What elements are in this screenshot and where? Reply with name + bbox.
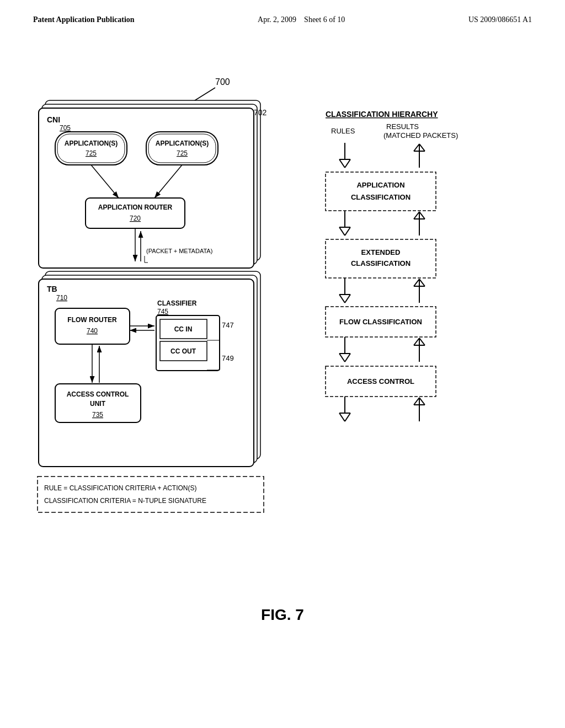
patent-publication-label: Patent Application Publication (33, 15, 135, 24)
access-control-hier-label: ACCESS CONTROL (347, 377, 414, 386)
svg-line-54 (339, 295, 345, 303)
label-702: 702 (254, 108, 267, 117)
svg-rect-52 (326, 239, 436, 278)
svg-line-36 (339, 159, 345, 168)
svg-line-63 (339, 354, 345, 362)
svg-line-40 (414, 144, 419, 151)
svg-rect-10 (148, 134, 216, 163)
hierarchy-title: CLASSIFICATION HIERARCHY (326, 110, 438, 119)
matched-packets-label: (MATCHED PACKETS) (383, 131, 458, 140)
diagram-area: 700 702 CNI 705 (0, 35, 565, 642)
label-749: 749 (222, 354, 234, 362)
flow-router-label: FLOW ROUTER (67, 316, 117, 324)
sheet-info: Sheet 6 of 10 (304, 15, 345, 24)
cc-out-label: CC OUT (170, 347, 196, 355)
svg-line-77 (419, 398, 425, 405)
access-control-number: 735 (92, 411, 103, 419)
svg-line-59 (419, 279, 425, 286)
svg-rect-43 (326, 172, 436, 211)
svg-rect-20 (39, 279, 254, 467)
cc-in-label: CC IN (174, 325, 193, 333)
svg-line-55 (345, 295, 350, 303)
extended-classification-label2: CLASSIFICATION (351, 259, 411, 267)
svg-rect-8 (57, 134, 125, 163)
svg-line-64 (345, 354, 350, 362)
flow-router-number: 740 (87, 327, 98, 335)
extended-classification-label: EXTENDED (361, 248, 401, 256)
publication-date: Apr. 2, 2009 (258, 15, 296, 24)
patent-number: US 2009/086651 A1 (468, 15, 532, 24)
cni-label: CNI (47, 115, 60, 124)
app2-label: APPLICATION(S) (156, 140, 209, 147)
svg-rect-13 (86, 198, 185, 228)
svg-line-49 (414, 212, 419, 219)
header-center: Apr. 2, 2009 Sheet 6 of 10 (258, 15, 345, 24)
app2-number: 725 (177, 149, 188, 157)
access-control-label: ACCESS CONTROL (67, 390, 129, 398)
svg-line-76 (414, 398, 419, 405)
svg-line-73 (345, 413, 350, 421)
svg-line-67 (414, 338, 419, 345)
svg-line-58 (414, 279, 419, 286)
tb-number: 710 (56, 294, 67, 302)
diagram-number-700: 700 (215, 77, 230, 87)
app-classification-label2: CLASSIFICATION (351, 193, 411, 201)
cni-number: 705 (60, 124, 71, 132)
rule-line2: CLASSIFICATION CRITERIA = N-TUPLE SIGNAT… (44, 497, 206, 505)
app1-number: 725 (86, 149, 97, 157)
svg-line-50 (419, 212, 425, 219)
svg-rect-34 (38, 477, 264, 512)
app-classification-label: APPLICATION (356, 181, 404, 189)
svg-line-46 (345, 227, 350, 235)
svg-line-72 (339, 413, 345, 421)
app-router-number: 720 (130, 215, 141, 222)
app1-label: APPLICATION(S) (65, 140, 118, 147)
svg-rect-21 (55, 308, 130, 344)
rule-line1: RULE = CLASSIFICATION CRITERIA + ACTION(… (44, 484, 197, 492)
classifier-label: CLASSIFIER (157, 299, 197, 307)
flow-classification-label: FLOW CLASSIFICATION (339, 318, 422, 326)
diagram-svg: 700 702 CNI 705 (0, 35, 565, 642)
rules-label: RULES (331, 127, 355, 135)
tb-label: TB (47, 285, 57, 293)
svg-line-37 (345, 159, 350, 168)
packet-metadata-label: (PACKET + METADATA) (146, 248, 212, 254)
classifier-number: 745 (157, 308, 168, 315)
svg-line-41 (419, 144, 425, 151)
label-747: 747 (222, 321, 234, 329)
access-control-unit-label: UNIT (90, 400, 106, 408)
svg-line-45 (339, 227, 345, 235)
svg-line-68 (419, 338, 425, 345)
app-router-label: APPLICATION ROUTER (98, 204, 173, 211)
results-label: RESULTS (386, 122, 419, 131)
figure-caption: FIG. 7 (261, 606, 304, 623)
